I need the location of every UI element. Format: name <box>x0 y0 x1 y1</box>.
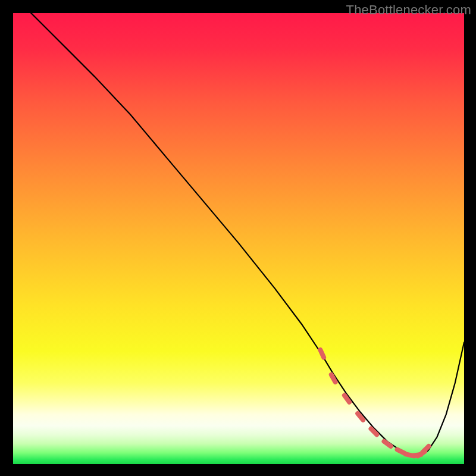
chart-frame: TheBottlenecker.com <box>0 0 476 476</box>
watermark-text: TheBottlenecker.com <box>346 2 471 18</box>
marker-dash <box>320 350 324 358</box>
marker-dash <box>397 450 405 453</box>
gradient-background <box>13 13 464 464</box>
bottleneck-chart <box>13 13 464 464</box>
